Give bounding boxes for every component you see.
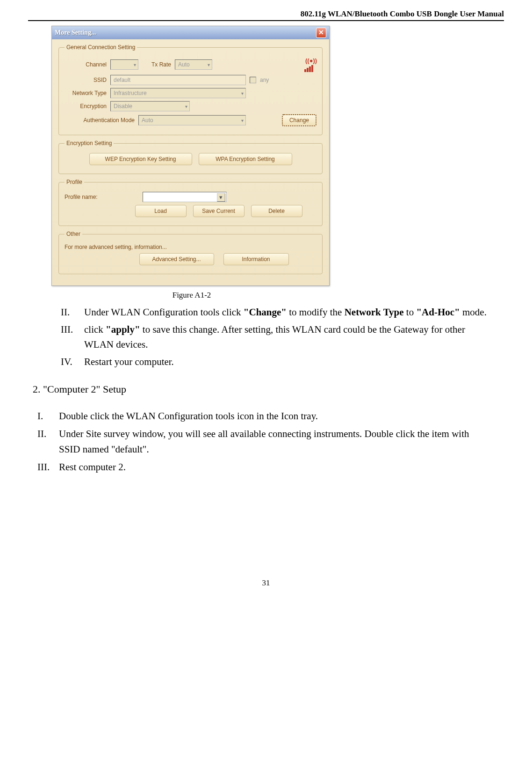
header-rule [28, 20, 504, 21]
load-button[interactable]: Load [135, 205, 187, 217]
advanced-setting-button[interactable]: Advanced Setting... [139, 253, 214, 265]
general-connection-group: General Connection Setting Channel Tx Ra… [58, 44, 323, 135]
txrate-select: Auto [175, 59, 212, 70]
any-label: any [260, 77, 269, 83]
t: Network Type [345, 306, 404, 318]
nettype-label: Network Type [65, 90, 107, 96]
wep-button[interactable]: WEP Encryption Key Setting [89, 153, 192, 165]
other-legend: Other [65, 231, 82, 237]
t: to modify the [287, 306, 345, 318]
ssid-label: SSID [65, 77, 107, 83]
signal-icon: ((●)) [302, 57, 316, 72]
auth-label: Authentication Mode [65, 117, 135, 124]
list-roman: III. [61, 322, 84, 352]
information-button[interactable]: Information [223, 253, 289, 265]
page-number: 31 [28, 578, 504, 588]
t: Under WLAN Configuration tools click [84, 306, 244, 318]
list-text: Double click the WLAN Configuration tool… [59, 408, 490, 424]
list-text: Under Site survey window, you will see a… [59, 426, 490, 458]
profile-group: Profile Profile name: Load Save Current … [58, 179, 323, 226]
t: "apply" [106, 324, 140, 335]
save-current-button[interactable]: Save Current [193, 205, 244, 217]
t: "Ad-Hoc" [416, 306, 460, 318]
list-text: Under WLAN Configuration tools click "Ch… [84, 305, 490, 320]
list-roman: I. [37, 408, 59, 424]
encryption-setting-group: Encryption Setting WEP Encryption Key Se… [58, 140, 323, 174]
channel-select [110, 59, 138, 70]
general-legend: General Connection Setting [65, 44, 137, 51]
other-text: For more advanced setting, information..… [65, 244, 167, 250]
t: "Change" [244, 306, 287, 318]
list-text: click "apply" to save this change. After… [84, 322, 490, 352]
nettype-select: Infrastructure [110, 88, 246, 98]
encryption-legend: Encryption Setting [65, 140, 114, 146]
any-checkbox [250, 77, 256, 83]
close-icon[interactable]: ✕ [316, 28, 326, 38]
auth-select: Auto [138, 115, 246, 125]
t: click [84, 324, 106, 335]
titlebar-text: More Setting... [55, 29, 96, 36]
list-roman: II. [61, 305, 84, 320]
titlebar: More Setting... ✕ [52, 26, 329, 39]
channel-label: Channel [65, 61, 107, 68]
page-header: 802.11g WLAN/Bluetooth Combo USB Dongle … [28, 9, 504, 19]
encryption-select: Disable [110, 101, 190, 111]
list-roman: IV. [61, 354, 84, 370]
section-heading: 2. "Computer 2" Setup [33, 383, 504, 395]
profile-legend: Profile [65, 179, 84, 185]
t: to save this change. After setting, this… [84, 324, 465, 350]
profile-name-select[interactable] [143, 192, 227, 202]
wpa-button[interactable]: WPA Encryption Setting [199, 153, 292, 165]
encryption-label: Encryption [65, 103, 107, 109]
ssid-input [110, 75, 246, 85]
t: to [404, 306, 417, 318]
more-setting-dialog: More Setting... ✕ General Connection Set… [51, 26, 330, 286]
list-text: Rest computer 2. [59, 459, 490, 475]
delete-button[interactable]: Delete [251, 205, 302, 217]
profile-name-label: Profile name: [65, 194, 98, 200]
other-group: Other For more advanced setting, informa… [58, 231, 323, 274]
list-roman: III. [37, 459, 59, 475]
change-button[interactable]: Change [282, 114, 316, 126]
t: mode. [460, 306, 487, 318]
txrate-label: Tx Rate [151, 61, 171, 68]
instruction-list-2: I. Double click the WLAN Configuration t… [37, 408, 490, 475]
figure-caption: Figure A1-2 [122, 291, 262, 300]
list-text: Restart your computer. [84, 354, 490, 370]
list-roman: II. [37, 426, 59, 458]
instruction-list-1: II. Under WLAN Configuration tools click… [61, 305, 490, 369]
